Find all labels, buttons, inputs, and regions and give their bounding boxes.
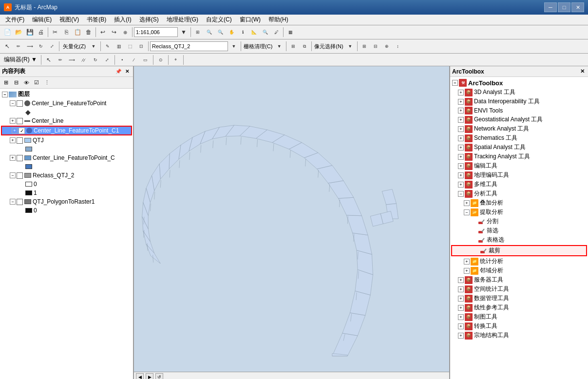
measure-button[interactable]: 📐 (248, 27, 259, 38)
raster-btn2[interactable]: ⧉ (299, 41, 310, 52)
toolbox-root-expand[interactable] (452, 80, 458, 86)
print-button[interactable]: 🖨 (36, 27, 46, 38)
close-button[interactable]: ✕ (571, 2, 584, 12)
expand-tracking[interactable] (458, 154, 464, 160)
pixel-btn3[interactable]: ⊕ (381, 41, 392, 52)
check-c1[interactable] (19, 128, 25, 134)
toolbox-data-interop[interactable]: 📦 Data Interoperability 工具 (450, 97, 588, 106)
zoom-out-button[interactable]: 🔍 (215, 27, 226, 38)
expand-edit[interactable] (458, 163, 464, 169)
toc-list-by-visibility[interactable]: 👁 (21, 78, 31, 88)
expand-extract[interactable] (464, 209, 470, 215)
toolbox-close[interactable]: ✕ (579, 68, 586, 75)
menu-insert[interactable]: 插入(I) (111, 14, 134, 25)
expand-overlay[interactable] (464, 200, 470, 206)
raster-btn1[interactable]: ⊞ (288, 41, 299, 52)
toolbox-root-item[interactable]: ⚒ ArcToolbox (450, 78, 588, 88)
toolbox-tool-tablesel[interactable]: 表格选 (450, 235, 588, 245)
menu-file[interactable]: 文件(F) (2, 14, 28, 25)
editor-draw[interactable]: ✏ (55, 55, 66, 65)
pan-button[interactable]: ✋ (226, 27, 237, 38)
expand-data-mgmt[interactable] (458, 296, 464, 302)
editor-line[interactable]: ∕ (129, 55, 139, 65)
toolbox-multidim[interactable]: 📦 多维工具 (450, 180, 588, 189)
expand-conversion[interactable] (458, 323, 464, 329)
toolbox-server[interactable]: 📦 服务器工具 (450, 275, 588, 284)
edit-vertices-button[interactable]: ✏ (13, 41, 24, 52)
toc-layers-root[interactable]: − 图层 (0, 90, 133, 99)
menu-window[interactable]: 窗口(W) (236, 14, 264, 25)
toolbox-analysis-tools[interactable]: 📦 分析工具 (450, 189, 588, 198)
expand-centerline[interactable]: + (10, 118, 16, 124)
menu-help[interactable]: 帮助(H) (265, 14, 292, 25)
toc-item-clfeaturetopoint[interactable]: − Center_Line_FeatureToPoint (0, 99, 133, 108)
check-reclass[interactable] (17, 172, 23, 179)
toc-item-centerline[interactable]: + Center_Line (0, 116, 133, 125)
check-qtj[interactable] (17, 137, 23, 144)
toolbox-neighbor[interactable]: 📁 邻域分析 (450, 266, 588, 275)
expand-clftp-c[interactable]: + (10, 155, 16, 161)
expand-cartography[interactable] (458, 314, 464, 320)
editor-reshape[interactable]: ⟿ (67, 55, 77, 65)
cut-button[interactable]: ✂ (50, 27, 60, 38)
full-extent-button[interactable]: ⊞ (192, 27, 203, 38)
menu-bookmark[interactable]: 书签(B) (83, 14, 110, 25)
map-next-btn[interactable]: ▶ (146, 373, 153, 379)
editor-point[interactable]: • (117, 55, 128, 65)
check-clftp-c[interactable] (17, 155, 23, 161)
scale-dropdown[interactable]: ▼ (178, 27, 189, 38)
reshape-button[interactable]: ⟿ (24, 41, 35, 52)
expand-multidim[interactable] (458, 182, 464, 188)
toolbox-tool-split[interactable]: 分割 (450, 217, 588, 226)
toolbox-tool-clip[interactable]: 裁剪 (451, 245, 587, 256)
toolbox-stats[interactable]: 📁 统计分析 (450, 257, 588, 266)
editor-label[interactable]: 编辑器(R) ▼ (2, 56, 39, 64)
expand-3d[interactable] (458, 90, 464, 95)
check-centerline[interactable] (17, 118, 23, 124)
toolbox-spatial-analyst[interactable]: 📦 Spatial Analyst 工具 (450, 143, 588, 152)
rotate-button[interactable]: ↻ (36, 41, 46, 52)
editor-snap[interactable]: ⊙ (155, 55, 166, 65)
toolbox-envi[interactable]: 📦 ENVI Tools (450, 106, 588, 115)
toc-options[interactable]: ⋮ (42, 78, 52, 88)
copy-button[interactable]: ⎘ (61, 27, 72, 38)
expand-qtjraster[interactable]: − (10, 199, 16, 205)
expand-c1[interactable]: + (12, 128, 18, 133)
toc-pin[interactable]: 📌 (114, 68, 122, 76)
toolbox-tracking-analyst[interactable]: 📦 Tracking Analyst 工具 (450, 152, 588, 161)
toolbox-schematics[interactable]: 📦 Schematics 工具 (450, 133, 588, 143)
menu-customize[interactable]: 自定义(C) (203, 14, 235, 25)
delete-button[interactable]: 🗑 (83, 27, 94, 38)
toolbox-conversion[interactable]: 📦 转换工具 (450, 322, 588, 331)
expand-di[interactable] (458, 99, 464, 105)
vectorize-label[interactable]: 矢量化(Z) (61, 43, 88, 50)
map-refresh-btn[interactable]: ↺ (155, 373, 163, 379)
expand-analysis[interactable] (458, 191, 464, 197)
editor-rotate[interactable]: ↻ (90, 55, 101, 65)
menu-edit[interactable]: 编辑(E) (29, 14, 55, 25)
toolbox-geo-analyst[interactable]: 📦 Geostatistical Analyst 工具 (450, 115, 588, 124)
expand-network[interactable] (458, 126, 464, 132)
toolbox-parcel[interactable]: 📦 宗地结构工具 (450, 331, 588, 340)
editor-topology[interactable]: ⌖ (171, 55, 181, 65)
toolbox-3d-analyst[interactable]: 📦 3D Analyst 工具 (450, 88, 588, 97)
toc-item-clftp-c[interactable]: + Center_Line_FeatureToPoint_C (0, 153, 133, 162)
toolbox-linear-ref[interactable]: 📦 线性参考工具 (450, 303, 588, 312)
toc-item-c1[interactable]: + Center_Line_FeatureToPoint_C1 (1, 126, 132, 135)
menu-view[interactable]: 视图(V) (56, 14, 82, 25)
expand-qtj[interactable]: + (10, 137, 16, 143)
toc-list-by-source[interactable]: ⊟ (11, 78, 21, 88)
check-clfeaturetopoint[interactable] (17, 100, 23, 107)
find-button[interactable]: 🔍 (260, 27, 270, 38)
vectorize-trace[interactable]: ⬚ (125, 41, 135, 52)
expand-geo[interactable] (458, 117, 464, 123)
pixel-select-dropdown[interactable]: ▼ (345, 41, 356, 52)
expand-geocode[interactable] (458, 172, 464, 178)
minimize-button[interactable]: ─ (544, 2, 557, 12)
expand-spatial-stats[interactable] (458, 286, 464, 292)
vectorize-select[interactable]: ▥ (114, 41, 124, 52)
expand-schematics[interactable] (458, 135, 464, 141)
toc-list-by-selection[interactable]: ☑ (32, 78, 41, 88)
toc-list-by-drawing-order[interactable]: ⊞ (1, 78, 11, 88)
vectorize-erase[interactable]: ⊡ (136, 41, 147, 52)
